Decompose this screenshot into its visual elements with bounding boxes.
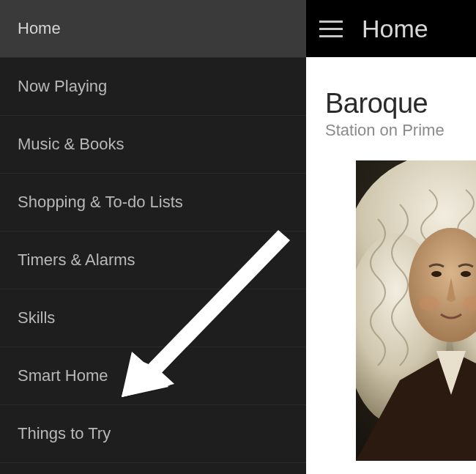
sidebar-item-label: Shopping & To-do Lists bbox=[18, 193, 183, 211]
sidebar-item-shopping-todo[interactable]: Shopping & To-do Lists bbox=[0, 174, 306, 232]
content-area: Baroque Station on Prime bbox=[306, 57, 476, 474]
svg-point-7 bbox=[419, 296, 439, 311]
sidebar-item-timers-alarms[interactable]: Timers & Alarms bbox=[0, 232, 306, 289]
sidebar-item-skills[interactable]: Skills bbox=[0, 289, 306, 347]
sidebar-item-label: Home bbox=[18, 19, 61, 37]
sidebar-item-label: Skills bbox=[18, 308, 55, 327]
sidebar-menu: Home Now Playing Music & Books Shopping … bbox=[0, 0, 306, 474]
sidebar-item-home[interactable]: Home bbox=[0, 0, 306, 58]
sidebar-item-label: Smart Home bbox=[18, 366, 108, 385]
sidebar-item-things-to-try[interactable]: Things to Try bbox=[0, 405, 306, 463]
sidebar-item-label: Music & Books bbox=[18, 135, 124, 153]
hamburger-icon[interactable] bbox=[319, 17, 343, 40]
page-title: Home bbox=[362, 15, 428, 43]
now-playing-title: Baroque bbox=[325, 88, 457, 119]
sidebar-item-music-books[interactable]: Music & Books bbox=[0, 116, 306, 174]
sidebar-item-label: Timers & Alarms bbox=[18, 251, 135, 269]
main-panel: Home Baroque Station on Prime bbox=[306, 0, 476, 474]
album-art bbox=[356, 160, 476, 461]
sidebar-item-smart-home[interactable]: Smart Home bbox=[0, 347, 306, 405]
app-container: Home Now Playing Music & Books Shopping … bbox=[0, 0, 476, 474]
sidebar-item-label: Things to Try bbox=[18, 424, 111, 442]
sidebar-item-label: Now Playing bbox=[18, 77, 107, 95]
svg-point-6 bbox=[461, 271, 471, 277]
sidebar-item-now-playing[interactable]: Now Playing bbox=[0, 58, 306, 116]
header-bar: Home bbox=[306, 0, 476, 57]
svg-point-5 bbox=[431, 271, 442, 277]
now-playing-subtitle: Station on Prime bbox=[325, 121, 457, 140]
